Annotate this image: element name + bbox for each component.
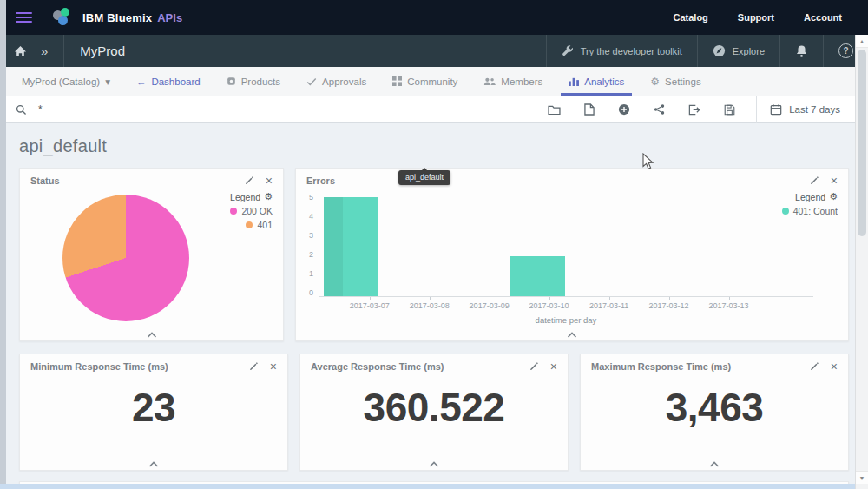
hamburger-menu-icon[interactable]: [16, 12, 32, 23]
status-panel-title: Status: [30, 175, 60, 186]
x-tick: 2017-03-13: [708, 301, 748, 310]
x-tick: 2017-03-07: [350, 301, 390, 310]
time-range-button[interactable]: Last 7 days: [756, 96, 855, 123]
edit-panel-icon[interactable]: [529, 361, 539, 371]
explore-button[interactable]: Explore: [697, 35, 779, 67]
close-panel-icon[interactable]: ×: [831, 176, 838, 185]
account-link[interactable]: Account: [804, 12, 842, 23]
scrollbar-thumb[interactable]: [858, 50, 866, 236]
nav-actions: Try the developer toolkit Explore ?: [546, 35, 868, 67]
active-tab-indicator: [561, 93, 632, 96]
grid-icon: [392, 76, 402, 86]
notifications-button[interactable]: [779, 35, 823, 67]
bar-shade: [324, 197, 344, 296]
tab-approvals[interactable]: Approvals: [293, 67, 379, 96]
gear-icon: ⚙: [650, 76, 660, 88]
catalog-nav-bar: » MyProd Try the developer toolkit Explo…: [0, 35, 868, 67]
new-document-button[interactable]: [584, 103, 595, 116]
metric-title: Maximum Response Time (ms): [591, 361, 731, 372]
legend-item-200ok[interactable]: 200 OK: [230, 206, 273, 216]
tab-members[interactable]: Members: [470, 67, 556, 96]
tab-community[interactable]: Community: [379, 67, 470, 96]
catalog-link[interactable]: Catalog: [673, 12, 707, 23]
close-panel-icon[interactable]: ×: [270, 362, 277, 371]
errors-legend: Legend⚙ 401: Count: [782, 191, 838, 216]
page-scrollbar[interactable]: ▲ ▼: [855, 35, 868, 489]
search-input[interactable]: *: [38, 103, 43, 116]
close-panel-icon[interactable]: ×: [266, 176, 273, 185]
errors-plot-area: 2017-03-07 2017-03-08 2017-03-09 2017-03…: [319, 197, 813, 297]
edit-panel-icon[interactable]: [249, 361, 259, 371]
legend-settings[interactable]: Legend⚙: [230, 191, 273, 202]
export-button[interactable]: [688, 104, 700, 116]
analytics-toolbar: * Last 7 days: [0, 96, 868, 123]
collapse-panel-chevron[interactable]: [148, 461, 159, 467]
metric-value: 3,463: [581, 384, 848, 431]
collapse-panel-chevron[interactable]: [567, 332, 577, 338]
tab-bar: MyProd (Catalog) ▾ ← Dashboard Products …: [0, 67, 868, 96]
arrow-left-icon: ←: [136, 76, 147, 87]
catalog-title: MyProd: [63, 35, 125, 67]
share-button[interactable]: [654, 103, 665, 116]
legend-item-401-count[interactable]: 401: Count: [782, 206, 838, 216]
status-panel: Status × Legend⚙ 200 OK 401: [19, 168, 284, 341]
close-panel-icon[interactable]: ×: [550, 362, 557, 371]
x-tick: 2017-03-12: [649, 301, 689, 310]
scroll-down-button[interactable]: ▼: [856, 471, 868, 484]
x-axis-label: datetime per day: [319, 315, 813, 325]
developer-toolkit-button[interactable]: Try the developer toolkit: [546, 35, 697, 67]
errors-panel: Errors × api_default 543210: [295, 168, 849, 341]
open-folder-button[interactable]: [548, 104, 561, 115]
tab-products[interactable]: Products: [214, 67, 293, 96]
legend-swatch: [782, 208, 789, 215]
legend-settings[interactable]: Legend⚙: [782, 191, 838, 202]
x-tick: 2017-03-11: [589, 301, 628, 310]
bluemix-logo-icon: [53, 8, 72, 27]
tab-dashboard[interactable]: ← Dashboard: [123, 67, 214, 96]
support-link[interactable]: Support: [738, 12, 774, 23]
edit-panel-icon[interactable]: [245, 175, 254, 185]
x-tick: 2017-03-10: [529, 301, 569, 310]
x-tick: 2017-03-08: [410, 301, 450, 310]
add-button[interactable]: [618, 103, 630, 116]
errors-y-axis: 543210: [306, 193, 313, 297]
status-legend: Legend⚙ 200 OK 401: [230, 191, 273, 230]
save-button[interactable]: [724, 104, 735, 116]
close-panel-icon[interactable]: ×: [831, 362, 838, 371]
breadcrumb-chevrons[interactable]: »: [41, 43, 48, 58]
top-links: Catalog Support Account: [673, 12, 868, 23]
legend-item-401[interactable]: 401: [230, 220, 273, 230]
chart-tooltip: api_default: [398, 170, 450, 185]
avg-response-panel: Average Response Time (ms) × 360.522: [299, 354, 569, 471]
gear-icon: ⚙: [264, 191, 273, 202]
top-app-bar: IBM Bluemix APIs Catalog Support Account: [0, 0, 868, 35]
max-response-panel: Maximum Response Time (ms) × 3,463: [580, 354, 849, 471]
compass-icon: [713, 44, 726, 57]
status-pie[interactable]: [62, 195, 189, 321]
dashboard-content: api_default Status × Legend⚙ 200 OK: [0, 123, 868, 489]
brand-title: IBM Bluemix: [82, 11, 152, 24]
collapse-panel-chevron[interactable]: [147, 332, 157, 338]
collapse-panel-chevron[interactable]: [429, 461, 439, 467]
collapse-panel-chevron[interactable]: [709, 461, 720, 467]
page-title: api_default: [19, 136, 849, 156]
tab-analytics[interactable]: Analytics: [556, 67, 637, 96]
window-left-edge: [0, 0, 6, 489]
edit-panel-icon[interactable]: [810, 175, 819, 185]
errors-panel-title: Errors: [306, 175, 335, 186]
caret-down-icon: ▾: [105, 76, 110, 88]
product-icon: [227, 76, 236, 86]
question-icon: ?: [838, 43, 853, 58]
error-bar-2017-03-10[interactable]: [510, 256, 565, 296]
edit-panel-icon[interactable]: [810, 361, 819, 371]
members-icon: [483, 77, 496, 86]
window-bottom-edge: [0, 484, 868, 489]
bell-icon: [795, 44, 808, 58]
wrench-icon: [562, 45, 574, 57]
metric-value: 23: [20, 384, 287, 431]
error-bar-2017-03-07[interactable]: [324, 197, 378, 296]
catalog-selector-dropdown[interactable]: MyProd (Catalog) ▾: [9, 67, 123, 96]
tab-settings[interactable]: ⚙ Settings: [637, 67, 713, 96]
metric-title: Average Response Time (ms): [311, 361, 444, 372]
scroll-up-button[interactable]: ▲: [856, 35, 868, 48]
